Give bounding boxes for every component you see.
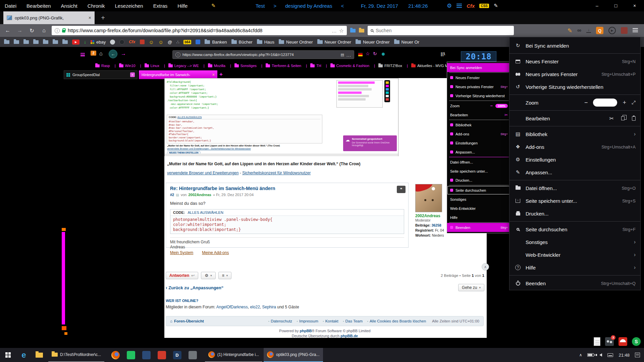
video-play-icon[interactable]: ▶	[608, 27, 616, 34]
author-link[interactable]: 2002Andreas	[188, 193, 211, 197]
menubar-item[interactable]: Lesezeichen	[115, 3, 143, 9]
menu-item-customize[interactable]: ✎Anpassen...	[509, 166, 640, 179]
green-download-icon[interactable]: ↓	[84, 39, 86, 45]
search-bar[interactable]	[368, 26, 514, 35]
red-addon-icon[interactable]	[621, 27, 628, 34]
menubar-item[interactable]: Extras	[153, 3, 168, 9]
hamburger-menu-button[interactable]	[633, 27, 638, 34]
smiley-icon[interactable]: ☺	[158, 39, 163, 45]
profile-name-link[interactable]: 2002Andreas	[415, 214, 448, 218]
back-button[interactable]: ←	[3, 27, 12, 34]
select-all-link[interactable]: ALLES AUSWÄHLEN	[188, 210, 223, 215]
online-user-link[interactable]: AngelOfDarkness	[216, 305, 248, 309]
menu-item-quit[interactable]: BeendenStrg+Umschalt+Q	[509, 277, 640, 290]
my-system-link[interactable]: Mein System	[170, 250, 193, 255]
firefox-icon[interactable]	[108, 348, 123, 362]
s-app-icon[interactable]: S	[632, 337, 641, 346]
edit-notes-icon[interactable]: ✎	[494, 3, 498, 9]
antivirus-icon[interactable]	[619, 337, 627, 346]
bookmark-folder[interactable]: Banken	[205, 40, 227, 45]
at-icon[interactable]: @	[168, 40, 172, 45]
reply-button[interactable]: Antworten↩	[166, 272, 198, 279]
close-button[interactable]: ×	[625, 0, 644, 11]
menu-item-webdev[interactable]: Web-Entwickler›	[509, 248, 640, 261]
back-to-forum-link[interactable]: ‹ Zurück zu „Anpassungen“	[166, 285, 223, 290]
list-icon[interactable]	[457, 3, 462, 9]
bookmark-folder-icon[interactable]	[53, 40, 58, 44]
gray-app-icon[interactable]	[185, 348, 200, 362]
site-info-icon[interactable]: i	[55, 28, 60, 33]
sort-button[interactable]: ≡▾	[218, 272, 232, 279]
security-concept-link[interactable]: Sicherheitskonzept für Windowsnutzer	[242, 171, 311, 175]
url-input[interactable]	[68, 28, 329, 33]
minimize-button[interactable]: –	[588, 0, 606, 11]
dark-circle-icon[interactable]	[119, 40, 124, 45]
menu-item-find[interactable]: Seite durchsuchenStrg+F	[509, 223, 640, 236]
url-bar[interactable]: i … ☆	[52, 26, 347, 35]
bookmark-folder[interactable]: Haus	[257, 40, 274, 45]
file-explorer-icon[interactable]	[32, 348, 47, 362]
menu-item-open-file[interactable]: Datei öffnen...Strg+O	[509, 182, 640, 194]
cut-icon[interactable]: ✂	[609, 115, 614, 122]
bookmark-folder[interactable]: Neuer Ordner	[317, 40, 351, 45]
menu-item-print[interactable]: Drucken...	[509, 207, 640, 220]
link-infinity-icon[interactable]: ∞	[577, 27, 581, 34]
menubar-item[interactable]: Hilfe	[177, 3, 187, 9]
bookmark-folder-icon[interactable]	[23, 40, 29, 44]
reload-button[interactable]: ↻	[28, 27, 36, 34]
github-icon[interactable]	[110, 40, 115, 45]
phpbb-link[interactable]: phpBB	[300, 329, 312, 333]
fullscreen-icon[interactable]: ⤢	[632, 100, 636, 106]
new-tab-button[interactable]: +	[99, 13, 107, 22]
bookmark-folder-icon[interactable]	[62, 40, 68, 44]
footer-link[interactable]: ▪Datenschutz	[268, 319, 292, 323]
battery-icon[interactable]	[587, 353, 594, 357]
start-button[interactable]	[0, 348, 16, 362]
menu-item-new-window[interactable]: Neues FensterStrg+N	[509, 55, 640, 68]
page-actions-icon[interactable]: …	[332, 28, 337, 34]
footer-link[interactable]: ▪Alle Cookies des Boards löschen	[367, 319, 426, 323]
contacts-icon[interactable]: 3	[605, 337, 614, 346]
footer-link[interactable]: ▪Impressum	[297, 319, 318, 323]
bookmark-folder[interactable]: Neuer Ordner	[279, 40, 313, 45]
taskbar-task-firefox-forum[interactable]: (1) Hintergrundfarbe i...	[205, 348, 262, 362]
paw-icon[interactable]: ∴	[176, 40, 179, 45]
taskbar-clock[interactable]: 21:48	[619, 353, 630, 358]
gear-icon[interactable]: ⚙	[447, 2, 452, 9]
bookmark-ebay[interactable]: ebay	[91, 40, 106, 45]
post-attachment-screenshot[interactable]: #foldbackground{ filter:none !important;…	[164, 78, 398, 156]
green-app-icon[interactable]	[123, 348, 139, 362]
red-square-icon[interactable]	[140, 40, 145, 44]
quote-button[interactable]: ❝	[397, 186, 406, 193]
bookmark-folder[interactable]: Neuer Or	[394, 40, 419, 45]
speaker-icon[interactable]	[599, 353, 602, 357]
keyboard-icon[interactable]	[607, 353, 613, 357]
bookmark-folder-icon[interactable]	[4, 40, 9, 44]
search-input[interactable]	[376, 28, 511, 33]
zoom-in-button[interactable]: +	[623, 99, 626, 106]
bookmark-folder-icon[interactable]	[33, 40, 39, 44]
download-icon[interactable]: ↓	[586, 28, 591, 33]
taskbar-task-firefox-image[interactable]: optik03.png (PNG-Gra...	[264, 348, 323, 362]
bookmark-folder[interactable]: Bücher	[231, 40, 253, 45]
menu-item-private-window[interactable]: Neues privates FensterStrg+Umschalt+P	[509, 68, 640, 80]
bookmark-folder[interactable]: Neuer Ordner	[356, 40, 389, 45]
youtube-icon[interactable]: ▶	[72, 40, 79, 45]
bookmark-folder-icon[interactable]	[43, 40, 48, 44]
smiley-icon[interactable]: ☺	[149, 39, 154, 45]
browser-list-link[interactable]: verwendete Browser und Erweiterungen	[167, 171, 238, 175]
taskbar-task-explorer[interactable]: D:\Test\Profilordner\c...	[48, 348, 104, 362]
q-addon-icon[interactable]: Q	[596, 27, 603, 34]
menubar-item[interactable]: Chronik	[88, 3, 105, 9]
d-app-icon[interactable]: D	[169, 348, 185, 362]
posts-count-link[interactable]: 36258	[431, 223, 441, 227]
cfx-bookmark[interactable]: Cfx	[129, 40, 135, 44]
brush-icon[interactable]: ✎	[568, 27, 572, 34]
menubar-item[interactable]: Bearbeiten	[26, 3, 51, 9]
copy-icon[interactable]	[621, 116, 625, 120]
menu-item-restore-session[interactable]: ↺Vorherige Sitzung wiederherstellen	[509, 80, 640, 93]
menu-item-save-page[interactable]: ↓Seite speichern unter...Strg+S	[509, 194, 640, 207]
blue-square-icon[interactable]	[196, 40, 200, 44]
campfirefox-logo[interactable]: Cfx	[467, 3, 475, 9]
zoom-out-button[interactable]: −	[584, 99, 588, 106]
